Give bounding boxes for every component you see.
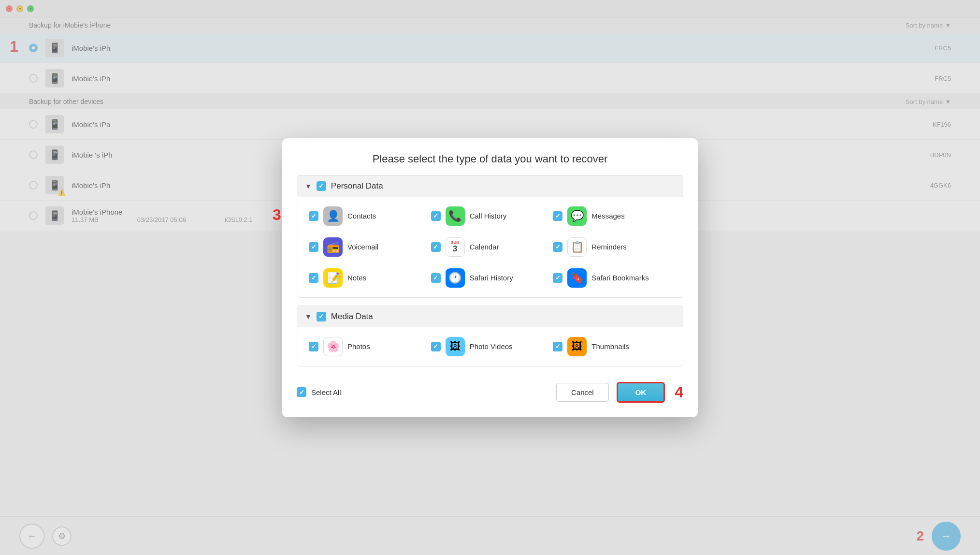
label-calendar: Calendar xyxy=(470,243,499,251)
icon-thumbnails: 🖼 xyxy=(567,337,587,356)
label-voicemail: Voicemail xyxy=(347,243,378,251)
checkbox-contacts[interactable] xyxy=(309,211,318,221)
checkbox-photo-videos[interactable] xyxy=(431,342,441,351)
icon-reminders: 📋 xyxy=(567,237,587,257)
item-call-history: 📞 Call History xyxy=(429,203,551,230)
icon-contacts: 👤 xyxy=(323,206,343,226)
label-safari-history: Safari History xyxy=(470,274,513,282)
checkbox-call-history[interactable] xyxy=(431,211,441,221)
personal-data-grid: 👤 Contacts 📞 Call History 💬 Messages xyxy=(297,197,683,297)
personal-data-section: ▼ Personal Data 👤 Contacts 📞 xyxy=(297,175,683,298)
icon-safari-history: 🕐 xyxy=(446,268,465,288)
item-safari-history: 🕐 Safari History xyxy=(429,264,551,292)
personal-data-checkbox[interactable] xyxy=(317,181,326,191)
media-data-section: ▼ Media Data 🌸 Photos 🖼 Phot xyxy=(297,306,683,366)
checkbox-safari-bookmarks[interactable] xyxy=(553,273,562,283)
icon-messages: 💬 xyxy=(567,206,587,226)
icon-calendar: SUN 3 xyxy=(446,237,465,257)
checkbox-notes[interactable] xyxy=(309,273,318,283)
data-type-dialog: 3 Please select the type of data you wan… xyxy=(282,138,698,417)
select-all-checkbox[interactable] xyxy=(297,387,306,397)
item-messages: 💬 Messages xyxy=(551,203,673,230)
label-call-history: Call History xyxy=(470,212,507,220)
icon-call-history: 📞 xyxy=(446,206,465,226)
select-all-label: Select All xyxy=(311,388,341,396)
label-photos: Photos xyxy=(347,342,370,351)
item-photos: 🌸 Photos xyxy=(307,333,429,360)
personal-data-title: Personal Data xyxy=(331,181,383,191)
modal-overlay: 3 Please select the type of data you wan… xyxy=(0,0,980,555)
media-data-grid: 🌸 Photos 🖼 Photo Videos 🖼 Thumbnails xyxy=(297,327,683,366)
media-data-header: ▼ Media Data xyxy=(297,306,683,327)
label-thumbnails: Thumbnails xyxy=(591,342,629,351)
item-notes: 📝 Notes xyxy=(307,264,429,292)
item-calendar: SUN 3 Calendar xyxy=(429,234,551,261)
item-reminders: 📋 Reminders xyxy=(551,234,673,261)
checkbox-voicemail[interactable] xyxy=(309,242,318,252)
item-safari-bookmarks: 🔖 Safari Bookmarks xyxy=(551,264,673,292)
icon-photos: 🌸 xyxy=(323,337,343,356)
icon-safari-bookmarks: 🔖 xyxy=(567,268,587,288)
item-voicemail: 📻 Voicemail xyxy=(307,234,429,261)
step-3-label: 3 xyxy=(273,206,281,224)
media-data-checkbox[interactable] xyxy=(317,312,326,321)
label-safari-bookmarks: Safari Bookmarks xyxy=(591,274,649,282)
media-data-title: Media Data xyxy=(331,312,373,321)
label-reminders: Reminders xyxy=(591,243,627,251)
dialog-title: Please select the type of data you want … xyxy=(282,138,698,175)
checkbox-calendar[interactable] xyxy=(431,242,441,252)
item-contacts: 👤 Contacts xyxy=(307,203,429,230)
checkbox-photos[interactable] xyxy=(309,342,318,351)
item-photo-videos: 🖼 Photo Videos xyxy=(429,333,551,360)
checkbox-safari-history[interactable] xyxy=(431,273,441,283)
checkbox-messages[interactable] xyxy=(553,211,562,221)
icon-voicemail: 📻 xyxy=(323,237,343,257)
app-window: × − + Backup for iMobie's iPhone Sort by… xyxy=(0,0,980,555)
checkbox-thumbnails[interactable] xyxy=(553,342,562,351)
personal-chevron-icon: ▼ xyxy=(305,182,312,190)
checkbox-reminders[interactable] xyxy=(553,242,562,252)
media-chevron-icon: ▼ xyxy=(305,313,312,321)
label-notes: Notes xyxy=(347,274,366,282)
label-contacts: Contacts xyxy=(347,212,376,220)
step-4-label: 4 xyxy=(675,383,683,401)
label-messages: Messages xyxy=(591,212,624,220)
dialog-footer: Select All Cancel OK 4 xyxy=(282,374,698,403)
cancel-button[interactable]: Cancel xyxy=(556,383,609,402)
personal-data-header: ▼ Personal Data xyxy=(297,175,683,197)
item-thumbnails: 🖼 Thumbnails xyxy=(551,333,673,360)
label-photo-videos: Photo Videos xyxy=(470,342,513,351)
dialog-buttons: Cancel OK 4 xyxy=(556,382,683,403)
icon-notes: 📝 xyxy=(323,268,343,288)
select-all-area: Select All xyxy=(297,387,547,397)
ok-button[interactable]: OK xyxy=(617,382,665,403)
icon-photo-videos: 🖼 xyxy=(446,337,465,356)
